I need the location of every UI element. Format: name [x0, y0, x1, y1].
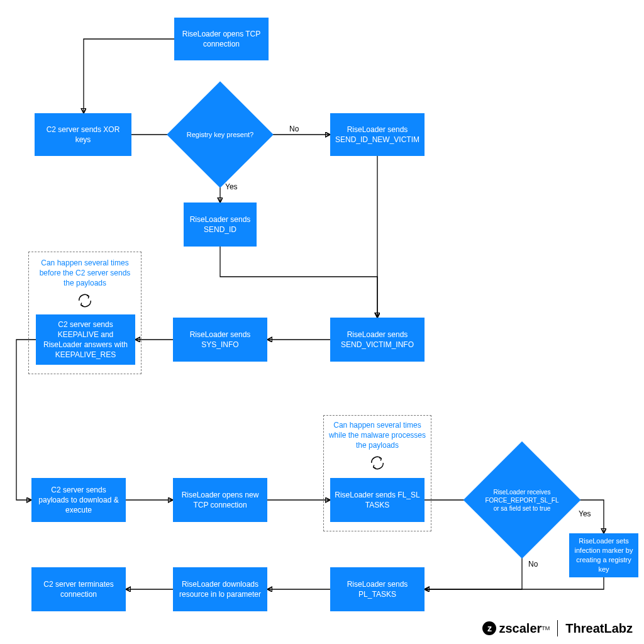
node-label: RiseLoader sends SEND_VICTIM_INFO — [334, 330, 421, 350]
footer-logos: z zscaler TM ThreatLabz — [482, 620, 633, 636]
footer-separator — [557, 620, 558, 636]
node-label: RiseLoader sends PL_TASKS — [334, 579, 421, 599]
node-sys-info: RiseLoader sends SYS_INFO — [173, 318, 267, 362]
node-label: C2 server sends KEEPALIVE and RiseLoader… — [40, 319, 131, 360]
node-label: RiseLoader sends SYS_INFO — [177, 330, 264, 350]
edge-label-yes-2: Yes — [579, 509, 591, 518]
node-payloads: C2 server sends payloads to download & e… — [31, 478, 126, 522]
node-open-tcp: RiseLoader opens TCP connection — [174, 18, 269, 60]
node-label: RiseLoader sets infection marker by crea… — [573, 536, 635, 574]
node-fl-sl-tasks: RiseLoader sends FL_SL TASKS — [330, 478, 425, 522]
node-label: C2 server terminates connection — [35, 579, 122, 599]
edge-label-no: No — [289, 125, 299, 133]
node-set-marker: RiseLoader sets infection marker by crea… — [569, 533, 638, 577]
node-label: RiseLoader downloads resource in lo para… — [177, 579, 264, 599]
node-new-tcp: RiseLoader opens new TCP connection — [173, 478, 267, 522]
decision-force-report — [464, 441, 581, 559]
trademark: TM — [541, 625, 550, 631]
edge-label-no-2: No — [528, 560, 538, 569]
zscaler-mark-icon: z — [482, 621, 496, 635]
loop-icon — [76, 292, 94, 309]
node-keepalive: C2 server sends KEEPALIVE and RiseLoader… — [36, 314, 135, 365]
node-xor-keys: C2 server sends XOR keys — [35, 113, 131, 156]
edge-label-yes: Yes — [225, 182, 238, 191]
node-label: RiseLoader opens new TCP connection — [177, 490, 264, 510]
node-label: C2 server sends payloads to download & e… — [35, 485, 122, 516]
node-pl-tasks: RiseLoader sends PL_TASKS — [330, 567, 425, 611]
node-send-id-new-victim: RiseLoader sends SEND_ID_NEW_VICTIM — [330, 113, 425, 156]
node-label: RiseLoader opens TCP connection — [178, 29, 265, 49]
node-download-lo: RiseLoader downloads resource in lo para… — [173, 567, 267, 611]
threatlabz-logo: ThreatLabz — [565, 621, 633, 636]
loop-caption-2: Can happen several times while the malwa… — [327, 420, 428, 451]
loop-caption-1: Can happen several times before the C2 s… — [35, 258, 135, 289]
zscaler-wordmark: zscaler — [499, 621, 541, 636]
node-send-id: RiseLoader sends SEND_ID — [184, 203, 257, 247]
node-terminate: C2 server terminates connection — [31, 567, 126, 611]
decision-registry — [167, 81, 274, 188]
node-label: RiseLoader sends SEND_ID — [187, 214, 253, 235]
zscaler-logo: z zscaler TM — [482, 621, 550, 636]
loop-icon — [369, 454, 386, 472]
node-label: C2 server sends XOR keys — [38, 125, 128, 145]
node-label: RiseLoader sends SEND_ID_NEW_VICTIM — [334, 125, 421, 145]
node-label: RiseLoader sends FL_SL TASKS — [334, 490, 421, 510]
node-send-victim-info: RiseLoader sends SEND_VICTIM_INFO — [330, 318, 425, 362]
